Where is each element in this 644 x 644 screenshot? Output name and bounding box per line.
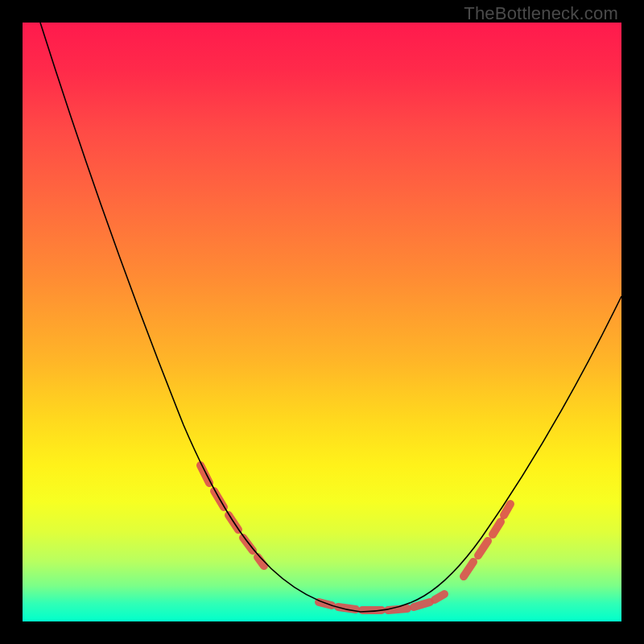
- watermark: TheBottleneck.com: [464, 3, 618, 24]
- plot-area: [23, 23, 621, 621]
- outer-frame: TheBottleneck.com: [0, 0, 644, 644]
- seg-left-1: [200, 465, 209, 483]
- seg-right-1: [464, 562, 473, 576]
- seg-valley-6: [435, 594, 444, 600]
- bottleneck-curve-line: [40, 23, 621, 612]
- seg-left-4: [243, 538, 253, 551]
- curve-svg: [23, 23, 621, 621]
- highlight-segments: [200, 465, 510, 610]
- seg-right-4: [504, 504, 510, 515]
- seg-right-2: [478, 541, 488, 555]
- seg-valley-5: [414, 602, 430, 607]
- seg-right-3: [493, 522, 501, 535]
